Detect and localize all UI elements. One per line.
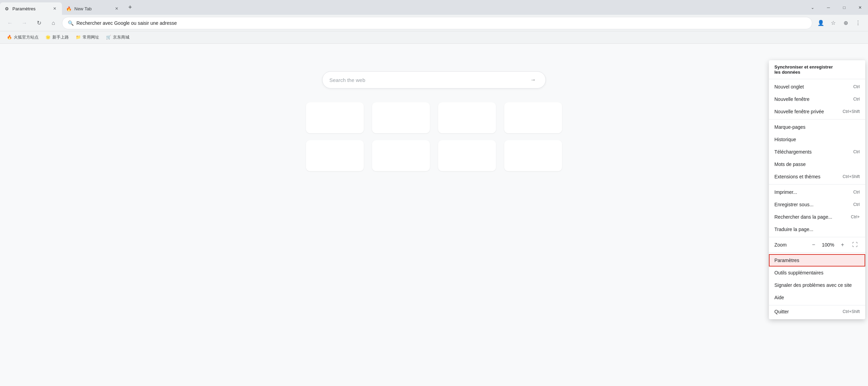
menu-overlay: Synchroniser et enregistrerles données N… <box>0 44 868 386</box>
home-button[interactable]: ⌂ <box>47 17 59 29</box>
menu-section-zoom: Zoom − 100% + ⛶ <box>769 237 865 253</box>
menu-label-marque-pages: Marque-pages <box>774 124 805 130</box>
menu-item-nouvelle-fenetre[interactable]: Nouvelle fenêtre Ctrl <box>769 93 865 105</box>
menu-label-mots-de-passe: Mots de passe <box>774 161 806 167</box>
new-tab-button[interactable]: + <box>125 3 135 12</box>
menu-item-nouvel-onglet[interactable]: Nouvel onglet Ctrl <box>769 81 865 93</box>
bookmark-label-1: 火狐官方站点 <box>14 34 39 40</box>
menu-item-outils[interactable]: Outils supplémentaires <box>769 267 865 279</box>
maximize-button[interactable]: □ <box>836 2 852 13</box>
menu-shortcut-enregistrer: Ctrl <box>853 202 860 207</box>
menu-label-telechargements: Téléchargements <box>774 149 812 155</box>
menu-item-zoom: Zoom − 100% + ⛶ <box>769 239 865 251</box>
zoom-controls: − 100% + ⛶ <box>809 240 860 250</box>
sync-title: Synchroniser et enregistrerles données <box>774 64 860 75</box>
zoom-level: 100% <box>821 242 835 248</box>
tab-bar: ⚙ Paramètres ✕ 🔥 New Tab ✕ + ⌄ ─ □ ✕ <box>0 0 868 15</box>
bookmark-favicon-3: 📁 <box>76 35 81 40</box>
menu-label-quitter: Quitter <box>774 309 789 314</box>
menu-section-2: Marque-pages Historique Téléchargements … <box>769 119 865 185</box>
menu-label-historique: Historique <box>774 137 796 142</box>
menu-item-traduire[interactable]: Traduire la page... <box>769 223 865 236</box>
menu-label-rechercher: Rechercher dans la page... <box>774 214 832 220</box>
menu-item-fenetre-privee[interactable]: Nouvelle fenêtre privée Ctrl+Shift <box>769 105 865 118</box>
zoom-minus-button[interactable]: − <box>809 240 818 250</box>
window-controls: ⌄ ─ □ ✕ <box>805 2 868 13</box>
bookmark-favicon-2: 🌟 <box>45 35 51 40</box>
browser-frame: ⚙ Paramètres ✕ 🔥 New Tab ✕ + ⌄ ─ □ ✕ ← →… <box>0 0 868 386</box>
chrome-menu: Synchroniser et enregistrerles données N… <box>769 60 865 319</box>
menu-shortcut-imprimer: Ctrl <box>853 190 860 195</box>
menu-item-rechercher[interactable]: Rechercher dans la page... Ctrl+ <box>769 211 865 223</box>
bookmark-item-1[interactable]: 🔥 火狐官方站点 <box>4 33 41 42</box>
bookmark-label-3: 常用网址 <box>83 34 99 40</box>
main-content: Search the web → <box>0 44 868 386</box>
menu-item-marque-pages[interactable]: Marque-pages <box>769 121 865 133</box>
menu-section-1: Nouvel onglet Ctrl Nouvelle fenêtre Ctrl… <box>769 79 865 119</box>
menu-shortcut-rechercher: Ctrl+ <box>851 215 860 219</box>
menu-label-nouvel-onglet: Nouvel onglet <box>774 84 804 90</box>
bookmark-item-4[interactable]: 🛒 京东商城 <box>103 33 132 42</box>
menu-label-zoom: Zoom <box>774 242 787 248</box>
menu-label-traduire: Traduire la page... <box>774 227 813 232</box>
menu-item-parametres[interactable]: Paramètres <box>769 254 865 267</box>
zoom-fullscreen-button[interactable]: ⛶ <box>850 240 860 250</box>
chevron-down-button[interactable]: ⌄ <box>805 2 821 13</box>
menu-shortcut-extensions: Ctrl+Shift <box>843 174 860 179</box>
toolbar: ← → ↻ ⌂ 🔍 Rechercher avec Google ou sais… <box>0 15 868 31</box>
minimize-button[interactable]: ─ <box>821 2 836 13</box>
bookmark-label-4: 京东商城 <box>113 34 129 40</box>
menu-item-historique[interactable]: Historique <box>769 133 865 146</box>
menu-label-parametres: Paramètres <box>774 258 799 263</box>
tab-parametres[interactable]: ⚙ Paramètres ✕ <box>0 2 62 15</box>
menu-item-imprimer[interactable]: Imprimer... Ctrl <box>769 186 865 198</box>
bookmarks-bar: 🔥 火狐官方站点 🌟 新手上路 📁 常用网址 🛒 京东商城 <box>0 31 868 44</box>
menu-label-fenetre-privee: Nouvelle fenêtre privée <box>774 109 824 114</box>
address-bar[interactable]: 🔍 Rechercher avec Google ou saisir une a… <box>62 17 812 29</box>
forward-button[interactable]: → <box>19 17 30 29</box>
menu-label-imprimer: Imprimer... <box>774 189 797 195</box>
zoom-plus-button[interactable]: + <box>838 240 847 250</box>
menu-item-quitter[interactable]: Quitter Ctrl+Shift <box>769 305 865 318</box>
back-button[interactable]: ← <box>4 17 16 29</box>
menu-section-3: Imprimer... Ctrl Enregistrer sous... Ctr… <box>769 185 865 237</box>
bookmark-label-2: 新手上路 <box>52 34 69 40</box>
bookmark-item-2[interactable]: 🌟 新手上路 <box>43 33 72 42</box>
menu-label-aide: Aide <box>774 295 784 300</box>
bookmark-favicon-4: 🛒 <box>106 35 112 40</box>
menu-label-signaler: Signaler des problèmes avec ce site <box>774 282 852 288</box>
tab-title-parametres: Paramètres <box>12 6 49 11</box>
bookmark-item-3[interactable]: 📁 常用网址 <box>73 33 102 42</box>
toolbar-right: 👤 ☆ ⊕ ⋮ <box>815 17 864 29</box>
menu-shortcut-nouvel-onglet: Ctrl <box>853 84 860 89</box>
menu-item-telechargements[interactable]: Téléchargements Ctrl <box>769 146 865 158</box>
extensions-button[interactable]: ⊕ <box>840 17 851 29</box>
tab-new-tab[interactable]: 🔥 New Tab ✕ <box>62 2 124 15</box>
sync-header: Synchroniser et enregistrerles données <box>769 62 865 79</box>
menu-shortcut-telechargements: Ctrl <box>853 149 860 154</box>
menu-item-mots-de-passe[interactable]: Mots de passe <box>769 158 865 170</box>
close-button[interactable]: ✕ <box>852 2 868 13</box>
bookmark-favicon-1: 🔥 <box>7 35 12 40</box>
menu-item-enregistrer[interactable]: Enregistrer sous... Ctrl <box>769 198 865 211</box>
menu-label-nouvelle-fenetre: Nouvelle fenêtre <box>774 96 809 102</box>
menu-item-aide[interactable]: Aide <box>769 291 865 304</box>
menu-label-enregistrer: Enregistrer sous... <box>774 202 814 207</box>
address-text: Rechercher avec Google ou saisir une adr… <box>76 20 806 26</box>
address-search-icon: 🔍 <box>68 20 74 26</box>
profile-button[interactable]: 👤 <box>815 17 827 29</box>
menu-item-signaler[interactable]: Signaler des problèmes avec ce site <box>769 279 865 291</box>
menu-item-extensions[interactable]: Extensions et thèmes Ctrl+Shift <box>769 170 865 183</box>
menu-shortcut-quitter: Ctrl+Shift <box>843 309 860 314</box>
tab-close-new[interactable]: ✕ <box>114 6 120 12</box>
menu-label-extensions: Extensions et thèmes <box>774 174 821 179</box>
tab-favicon-parametres: ⚙ <box>4 6 10 11</box>
refresh-button[interactable]: ↻ <box>33 17 45 29</box>
menu-label-outils: Outils supplémentaires <box>774 270 823 275</box>
menu-button[interactable]: ⋮ <box>852 17 864 29</box>
tab-close-parametres[interactable]: ✕ <box>52 6 58 12</box>
menu-section-4: Paramètres Outils supplémentaires Signal… <box>769 253 865 305</box>
menu-shortcut-fenetre-privee: Ctrl+Shift <box>843 109 860 114</box>
favorites-button[interactable]: ☆ <box>827 17 839 29</box>
tab-favicon-new: 🔥 <box>66 6 72 11</box>
